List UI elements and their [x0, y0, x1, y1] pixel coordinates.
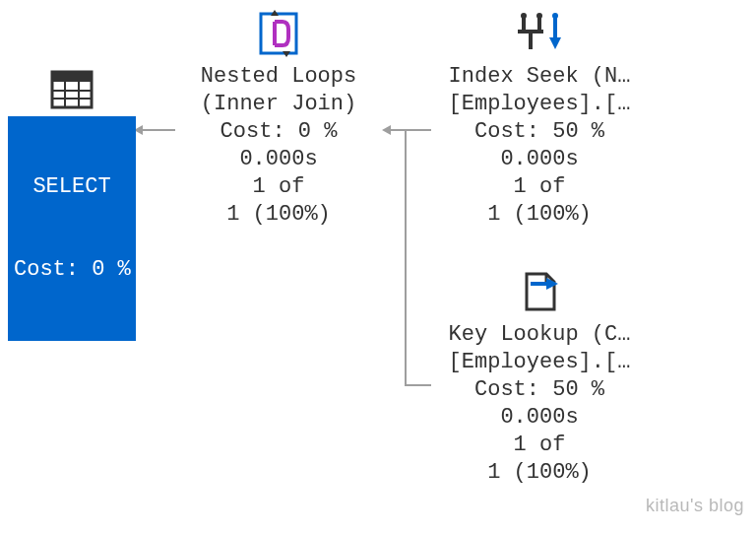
- svg-marker-12: [549, 37, 561, 49]
- node-index-seek[interactable]: Index Seek (N… [Employees].[… Cost: 50 %…: [431, 10, 648, 229]
- wire-select-nl: [143, 129, 175, 131]
- kl-cost: Cost: 50 %: [431, 376, 648, 404]
- wire-vertical: [405, 129, 407, 386]
- node-key-lookup[interactable]: Key Lookup (C… [Employees].[… Cost: 50 %…: [431, 268, 648, 487]
- nl-time: 0.000s: [175, 146, 382, 173]
- watermark: kitlau's blog: [646, 496, 744, 516]
- key-lookup-icon: [431, 268, 648, 315]
- kl-line1: Key Lookup (C…: [431, 321, 648, 349]
- svg-point-15: [521, 13, 527, 19]
- wire-to-index-seek: [407, 129, 431, 131]
- node-nested-loops[interactable]: Nested Loops (Inner Join) Cost: 0 % 0.00…: [175, 10, 382, 229]
- select-cost: Cost: 0 %: [14, 256, 130, 284]
- kl-time: 0.000s: [431, 404, 648, 432]
- select-title: SELECT: [14, 173, 130, 201]
- nl-cost: Cost: 0 %: [175, 118, 382, 146]
- nested-loops-icon: [175, 10, 382, 57]
- arrow-nl: [382, 125, 391, 135]
- table-icon: [8, 69, 136, 110]
- is-rows1: 1 of: [431, 173, 648, 201]
- nl-rows2: 1 (100%): [175, 201, 382, 229]
- kl-rows1: 1 of: [431, 432, 648, 459]
- svg-point-17: [552, 13, 558, 19]
- kl-rows2: 1 (100%): [431, 459, 648, 487]
- svg-rect-1: [52, 72, 92, 82]
- wire-to-key-lookup: [407, 384, 431, 386]
- select-highlight: SELECT Cost: 0 %: [8, 116, 136, 341]
- svg-point-16: [536, 13, 542, 19]
- index-seek-icon: [431, 10, 648, 57]
- is-line2: [Employees].[…: [431, 91, 648, 118]
- nl-line2: (Inner Join): [175, 91, 382, 118]
- is-cost: Cost: 50 %: [431, 118, 648, 146]
- is-rows2: 1 (100%): [431, 201, 648, 229]
- nl-rows1: 1 of: [175, 173, 382, 201]
- kl-line2: [Employees].[…: [431, 349, 648, 376]
- is-time: 0.000s: [431, 146, 648, 173]
- node-select[interactable]: SELECT Cost: 0 %: [8, 69, 136, 341]
- execution-plan-canvas: SELECT Cost: 0 % Nested Loops (Inner Joi…: [0, 0, 756, 534]
- is-line1: Index Seek (N…: [431, 63, 648, 91]
- nl-line1: Nested Loops: [175, 63, 382, 91]
